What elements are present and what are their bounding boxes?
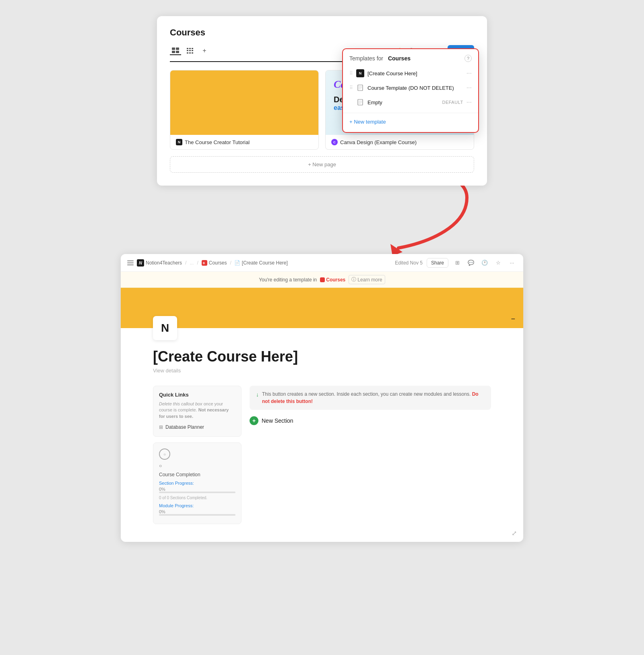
banner-courses-icon [320,277,325,282]
templates-popup: Templates for Courses ? ⠿ N [Create Cour… [342,48,479,133]
star-icon[interactable]: ☆ [493,258,503,268]
topbar-right: Edited Nov 5 Share ⊞ 💬 🕐 ☆ ··· [395,258,517,268]
template-banner: You're editing a template in Courses ⓘ L… [121,272,523,288]
arrow-container [157,182,487,254]
banner-editing-text: You're editing a template in [259,277,317,283]
database-icon: ⊞ [159,424,163,430]
gallery-label-1: N The Course Creator Tutorial [170,135,318,149]
svg-rect-10 [187,52,188,54]
template-label-2: Empty [367,99,439,105]
section-progress-bar [159,492,235,493]
template-item-0[interactable]: ⠿ N [Create Course Here] ··· [343,66,478,81]
info-banner-text: This button creates a new section. Insid… [262,391,485,405]
template-label-0: [Create Course Here] [367,70,463,76]
progress-circle-icon: ○ [159,463,235,469]
minimize-icon[interactable]: − [511,315,515,323]
gallery-label-2: C Canva Design (Example Course) [326,135,474,149]
template-default-2: DEFAULT [442,100,463,105]
new-section-button[interactable]: + New Section [250,416,491,425]
template-more-0[interactable]: ··· [466,70,472,77]
course-completion-title: Course Completion [159,472,235,477]
template-more-2[interactable]: ··· [466,99,472,106]
svg-rect-12 [192,52,193,54]
svg-rect-8 [189,50,191,51]
gallery-thumb-yellow [170,70,318,135]
comment-icon[interactable]: 💬 [466,258,476,268]
left-sidebar: Quick Links Delete this callout box once… [153,386,242,530]
page-icon-large: N [153,316,177,340]
progress-widget: ○ ○ Course Completion Section Progress: … [153,442,242,524]
quick-links-note: Delete this callout box once your course… [159,401,235,419]
table-icon[interactable]: ⊞ [452,258,462,268]
sections-completed: 0 of 0 Sections Completed. [159,496,235,500]
template-item-2[interactable]: ⠿ Empty DEFAULT ··· [343,95,478,110]
canva-icon-2: C [331,139,338,145]
template-more-1[interactable]: ··· [466,84,472,91]
new-section-label: New Section [262,417,293,424]
drag-handle-0[interactable]: ⠿ [349,70,353,76]
banner-learn-link[interactable]: ⓘ Learn more [349,275,385,284]
breadcrumb-courses[interactable]: B Courses [202,260,227,266]
svg-rect-2 [172,51,175,53]
green-arrow-icon: ↓ [256,391,259,399]
page-content: [Create Course Here] View details Quick … [121,328,523,542]
clock-icon[interactable]: 🕐 [480,258,489,268]
svg-rect-6 [192,48,193,49]
template-icon-2 [356,98,364,106]
new-template-button[interactable]: + New template [343,116,478,127]
grid-view-icon[interactable] [184,46,196,55]
module-progress-pct: 0% [159,509,235,514]
gallery-view-icon[interactable] [170,46,181,55]
big-arrow [350,174,471,254]
info-banner: ↓ This button creates a new section. Ins… [250,386,491,410]
notion-topbar: N Notion4Teachers / ... / B Courses / 📄 … [121,254,523,272]
module-progress-label: Module Progress: [159,503,235,508]
svg-rect-0 [172,48,175,50]
svg-text:B: B [203,262,205,264]
drag-handle-1[interactable]: ⠿ [349,85,353,91]
breadcrumb-create-course[interactable]: 📄 [Create Course Here] [235,260,288,266]
breadcrumb-notion4teachers[interactable]: N Notion4Teachers [137,259,182,267]
svg-rect-5 [189,48,191,49]
right-content: ↓ This button creates a new section. Ins… [250,386,491,530]
svg-rect-1 [176,48,179,50]
svg-rect-3 [176,51,179,53]
template-label-1: Course Template (DO NOT DELETE) [367,85,463,91]
svg-rect-11 [189,52,191,54]
expand-icon[interactable]: ⤢ [512,529,517,537]
popup-divider [343,113,478,113]
svg-rect-7 [187,50,188,51]
template-icon-1 [356,84,364,92]
quick-links-title: Quick Links [159,392,235,398]
top-card: Courses + ⚡ ··· New ▾ [157,16,487,186]
notion-icon-1: N [176,139,182,145]
template-item-1[interactable]: ⠿ Course Template (DO NOT DELETE) ··· [343,81,478,95]
svg-rect-9 [192,50,193,51]
courses-title: Courses [170,27,474,38]
quick-links-widget: Quick Links Delete this callout box once… [153,386,242,437]
hamburger-menu[interactable] [127,260,134,265]
bottom-card: N Notion4Teachers / ... / B Courses / 📄 … [121,254,523,542]
template-icon-0: N [356,69,364,77]
notion-logo-small: N [137,259,144,267]
new-page-button[interactable]: + New page [170,156,474,173]
content-grid: Quick Links Delete this callout box once… [153,386,491,530]
popup-header-title: Templates for Courses [349,55,411,62]
section-progress-label: Section Progress: [159,481,235,486]
page-icon-small: 📄 [235,260,240,266]
view-details-link[interactable]: View details [153,368,491,374]
popup-help-icon[interactable]: ? [464,55,472,62]
banner-courses-link[interactable]: Courses [320,277,345,283]
gallery-card-1[interactable]: N The Course Creator Tutorial [170,70,319,150]
page-title: [Create Course Here] [153,348,491,365]
add-view-icon[interactable]: + [199,46,210,55]
yellow-header: − N [121,288,523,328]
module-progress-bar [159,514,235,516]
new-section-circle-icon: + [250,416,258,425]
topbar-more-icon[interactable]: ··· [507,258,517,268]
database-planner-link[interactable]: ⊞ Database Planner [159,424,235,431]
svg-rect-4 [187,48,188,49]
share-button[interactable]: Share [427,258,448,268]
popup-header: Templates for Courses ? [343,55,478,66]
courses-red-icon: B [202,260,207,266]
